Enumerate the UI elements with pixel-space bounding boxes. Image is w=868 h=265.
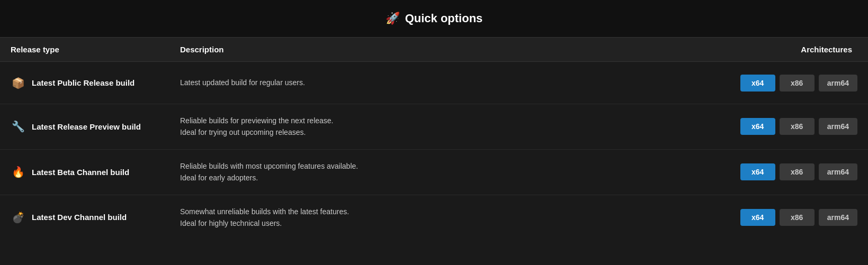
package-icon: 📦 <box>11 77 25 89</box>
arch-buttons-cell: x64x86arm64 <box>699 75 857 92</box>
arch-btn-x64[interactable]: x64 <box>740 163 775 180</box>
description-cell: Latest updated build for regular users. <box>180 77 699 88</box>
arch-buttons-cell: x64x86arm64 <box>699 163 857 180</box>
arch-btn-arm64[interactable]: arm64 <box>819 75 857 92</box>
description-cell: Reliable builds for previewing the next … <box>180 115 699 139</box>
table-row: 📦Latest Public Release buildLatest updat… <box>0 62 868 104</box>
wrench-icon: 🔧 <box>11 120 25 133</box>
arch-btn-x86[interactable]: x86 <box>780 209 815 226</box>
arch-buttons-cell: x64x86arm64 <box>699 209 857 226</box>
arch-btn-x86[interactable]: x86 <box>780 163 815 180</box>
col-architectures: Architectures <box>699 45 857 54</box>
release-type-cell: 🔧Latest Release Preview build <box>11 120 180 133</box>
release-name: Latest Dev Channel build <box>32 213 127 222</box>
release-type-cell: 💣Latest Dev Channel build <box>11 211 180 224</box>
release-name: Latest Beta Channel build <box>32 168 129 177</box>
arch-btn-arm64[interactable]: arm64 <box>819 209 857 226</box>
release-type-cell: 📦Latest Public Release build <box>11 77 180 89</box>
header: 🚀 Quick options <box>0 0 868 38</box>
arch-btn-arm64[interactable]: arm64 <box>819 118 857 135</box>
header-title: 🚀 Quick options <box>0 12 868 25</box>
fire-icon: 🔥 <box>11 166 25 178</box>
table-body: 📦Latest Public Release buildLatest updat… <box>0 62 868 240</box>
table-row: 💣Latest Dev Channel buildSomewhat unreli… <box>0 195 868 240</box>
release-name: Latest Release Preview build <box>32 122 141 131</box>
arch-btn-x86[interactable]: x86 <box>780 118 815 135</box>
col-description: Description <box>180 45 699 54</box>
description-cell: Reliable builds with most upcoming featu… <box>180 160 699 184</box>
arch-btn-arm64[interactable]: arm64 <box>819 163 857 180</box>
table-row: 🔧Latest Release Preview buildReliable bu… <box>0 104 868 150</box>
arch-btn-x64[interactable]: x64 <box>740 75 775 92</box>
arch-btn-x86[interactable]: x86 <box>780 75 815 92</box>
arch-btn-x64[interactable]: x64 <box>740 118 775 135</box>
arch-buttons-cell: x64x86arm64 <box>699 118 857 135</box>
release-type-cell: 🔥Latest Beta Channel build <box>11 166 180 178</box>
bomb-icon: 💣 <box>11 211 25 224</box>
table-row: 🔥Latest Beta Channel buildReliable build… <box>0 150 868 195</box>
arch-btn-x64[interactable]: x64 <box>740 209 775 226</box>
description-cell: Somewhat unreliable builds with the late… <box>180 206 699 230</box>
release-name: Latest Public Release build <box>32 78 135 87</box>
col-release-type: Release type <box>11 45 180 54</box>
table-container: Release type Description Architectures 📦… <box>0 38 868 240</box>
rocket-icon: 🚀 <box>386 12 400 25</box>
header-title-text: Quick options <box>405 12 483 25</box>
table-header: Release type Description Architectures <box>0 38 868 62</box>
